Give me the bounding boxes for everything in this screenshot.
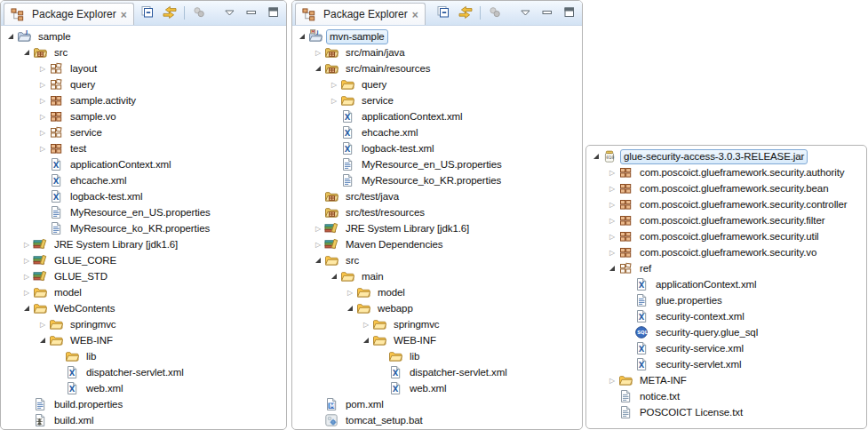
tree-item[interactable]: XapplicationContext.xml <box>586 276 866 292</box>
tree-item[interactable]: model <box>292 284 582 300</box>
tree-item[interactable]: service <box>292 92 582 108</box>
tree-item[interactable]: Xsecurity-service.xml <box>586 340 866 356</box>
tree-item[interactable]: JRE System Library [jdk1.6] <box>1 236 286 252</box>
tab-package-explorer[interactable]: Package Explorer × <box>295 3 426 25</box>
tree-item[interactable]: Xehcache.xml <box>292 124 582 140</box>
maximize-icon[interactable] <box>266 4 282 20</box>
tree-item[interactable]: src/main/resources <box>292 60 582 76</box>
tree-item[interactable]: WEB-INF <box>292 332 582 348</box>
expand-arrow[interactable] <box>606 245 618 259</box>
tree-item[interactable]: build.properties <box>1 396 286 412</box>
tree-item[interactable]: query <box>292 76 582 92</box>
tree-item[interactable]: src/main/java <box>292 44 582 60</box>
tree-item[interactable]: src/test/resources <box>292 204 582 220</box>
tree-item[interactable]: build.xml <box>1 412 286 428</box>
tree-item[interactable]: lib <box>292 348 582 364</box>
expand-arrow[interactable] <box>20 269 33 283</box>
tree-item[interactable]: src <box>292 252 582 268</box>
tree-item[interactable]: Xlogback-test.xml <box>1 188 286 204</box>
expand-arrow[interactable] <box>296 29 308 44</box>
tree-item[interactable]: Xehcache.xml <box>1 172 286 188</box>
collapse-all-icon[interactable] <box>139 4 155 20</box>
tree-item[interactable]: lib <box>1 348 286 364</box>
tree-item[interactable]: springmvc <box>1 316 286 332</box>
tree-item[interactable]: XapplicationContext.xml <box>292 108 582 124</box>
expand-arrow[interactable] <box>328 269 340 283</box>
tree-item[interactable]: sample.vo <box>1 108 286 124</box>
expand-arrow[interactable] <box>312 253 324 267</box>
tree-item[interactable]: WEB-INF <box>1 332 286 348</box>
tree-item[interactable]: Xsecurity-context.xml <box>586 308 866 324</box>
tree-item[interactable]: MyResource_en_US.properties <box>1 204 286 220</box>
expand-arrow[interactable] <box>20 45 33 60</box>
tree-item[interactable]: SQLsecurity-query.glue_sql <box>586 324 866 340</box>
collapse-all-icon[interactable] <box>435 4 451 20</box>
expand-arrow[interactable] <box>36 317 49 331</box>
expand-arrow[interactable] <box>312 45 324 60</box>
expand-arrow[interactable] <box>36 61 49 76</box>
expand-arrow[interactable] <box>606 373 618 387</box>
tree-item[interactable]: Mpom.xml <box>292 396 582 412</box>
expand-arrow[interactable] <box>606 213 618 227</box>
tree-item[interactable]: Xlogback-test.xml <box>292 140 582 156</box>
expand-arrow[interactable] <box>328 77 340 92</box>
tree-item[interactable]: webapp <box>292 300 582 316</box>
expand-arrow[interactable] <box>606 197 618 211</box>
tree-item[interactable]: MyResource_ko_KR.properties <box>292 172 582 188</box>
expand-arrow[interactable] <box>20 253 33 267</box>
expand-arrow[interactable] <box>312 237 324 251</box>
expand-arrow[interactable] <box>344 301 356 315</box>
expand-arrow[interactable] <box>312 221 324 235</box>
expand-arrow[interactable] <box>36 109 49 123</box>
tree-item[interactable]: POSCOICT License.txt <box>586 404 866 420</box>
expand-arrow[interactable] <box>606 261 618 275</box>
expand-arrow[interactable] <box>344 285 356 299</box>
tree-item[interactable]: com.poscoict.glueframework.security.vo <box>586 244 866 260</box>
expand-arrow[interactable] <box>36 93 49 108</box>
tree-item[interactable]: Xsecurity-servlet.xml <box>586 356 866 372</box>
expand-arrow[interactable] <box>606 229 618 243</box>
tree-item[interactable]: main <box>292 268 582 284</box>
focus-icon[interactable] <box>191 4 207 20</box>
tree-item[interactable]: com.poscoict.glueframework.security.cont… <box>586 196 866 212</box>
expand-arrow[interactable] <box>36 77 49 92</box>
close-icon[interactable]: × <box>412 9 418 20</box>
minimize-icon[interactable] <box>243 4 259 20</box>
tree-item[interactable]: WebContents <box>1 300 286 316</box>
tree-item[interactable]: GLUE_STD <box>1 268 286 284</box>
expand-arrow[interactable] <box>4 29 17 44</box>
maximize-icon[interactable] <box>561 4 577 20</box>
tree-item[interactable]: glue.properties <box>586 292 866 308</box>
minimize-icon[interactable] <box>539 4 555 20</box>
expand-arrow[interactable] <box>20 285 33 299</box>
view-menu-icon[interactable] <box>517 4 533 20</box>
tree-item[interactable]: Jsample <box>1 28 286 44</box>
expand-arrow[interactable] <box>20 237 33 251</box>
tree-item[interactable]: sample.activity <box>1 92 286 108</box>
tree-item[interactable]: layout <box>1 60 286 76</box>
tree-item[interactable]: Maven Dependencies <box>292 236 582 252</box>
expand-arrow[interactable] <box>360 317 372 331</box>
tree-item[interactable]: XapplicationContext.xml <box>1 156 286 172</box>
tree-item[interactable]: GLUE_CORE <box>1 252 286 268</box>
tree-item[interactable]: MyResource_en_US.properties <box>292 156 582 172</box>
tree-item[interactable]: com.poscoict.glueframework.security.auth… <box>586 164 866 180</box>
tree-item[interactable]: src <box>1 44 286 60</box>
tab-package-explorer[interactable]: Package Explorer × <box>4 3 134 25</box>
expand-arrow[interactable] <box>36 141 49 155</box>
tree-item[interactable]: service <box>1 124 286 140</box>
tree-item[interactable]: tomcat_setup.bat <box>292 412 582 428</box>
tree-item[interactable]: MJmvn-sample <box>292 28 582 44</box>
expand-arrow[interactable] <box>606 165 618 179</box>
expand-arrow[interactable] <box>20 301 33 315</box>
tree-item[interactable]: ref <box>586 260 866 276</box>
expand-arrow[interactable] <box>312 61 324 76</box>
tree-item[interactable]: query <box>1 76 286 92</box>
tree-item[interactable]: Xdispatcher-servlet.xml <box>1 364 286 380</box>
expand-arrow[interactable] <box>590 149 602 163</box>
expand-arrow[interactable] <box>36 333 49 347</box>
tree-item[interactable]: META-INF <box>586 372 866 388</box>
tree-item[interactable]: notice.txt <box>586 388 866 404</box>
tree-item[interactable]: test <box>1 140 286 156</box>
close-icon[interactable]: × <box>121 9 127 20</box>
